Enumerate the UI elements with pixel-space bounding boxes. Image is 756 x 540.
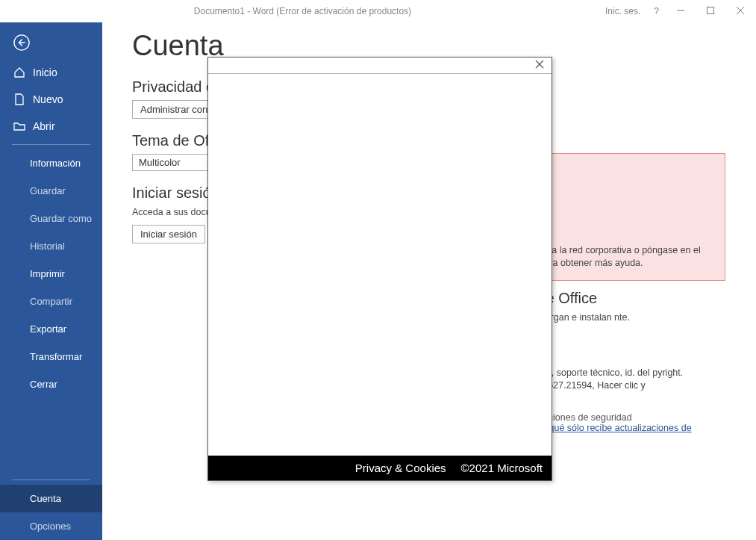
sidebar-item-home[interactable]: Inicio <box>0 59 102 86</box>
modal-footer: Privacy & Cookies ©2021 Microsoft <box>208 456 552 480</box>
sidebar-item-info[interactable]: Información <box>0 149 102 177</box>
modal-close-button[interactable] <box>535 60 544 71</box>
home-icon <box>13 66 25 78</box>
sidebar-label: Inicio <box>33 66 57 78</box>
sidebar-item-save[interactable]: Guardar <box>0 177 102 205</box>
sidebar-item-options[interactable]: Opciones <box>0 512 102 540</box>
svg-rect-1 <box>707 7 714 13</box>
sidebar-item-print[interactable]: Imprimir <box>0 260 102 288</box>
file-icon <box>13 93 25 105</box>
titlebar: Documento1 - Word (Error de activación d… <box>0 0 756 22</box>
folder-open-icon <box>13 120 25 132</box>
signin-modal: Privacy & Cookies ©2021 Microsoft <box>207 57 552 481</box>
sidebar-item-account[interactable]: Cuenta <box>0 485 102 512</box>
signin-button[interactable]: Iniciar sesión <box>132 225 205 243</box>
back-button[interactable] <box>0 22 102 59</box>
sidebar-item-open[interactable]: Abrir <box>0 113 102 140</box>
sidebar-item-new[interactable]: Nuevo <box>0 86 102 113</box>
maximize-button[interactable] <box>702 6 719 17</box>
sidebar-item-close[interactable]: Cerrar <box>0 370 102 398</box>
sidebar-item-export[interactable]: Exportar <box>0 315 102 343</box>
minimize-button[interactable] <box>672 6 689 17</box>
document-title: Documento1 - Word (Error de activación d… <box>0 6 605 16</box>
title-right-controls: Inic. ses. ? <box>605 6 756 17</box>
copyright-text: ©2021 Microsoft <box>461 462 543 474</box>
sidebar-item-share[interactable]: Compartir <box>0 288 102 315</box>
sidebar-label: Nuevo <box>33 93 63 105</box>
backstage-sidebar: Inicio Nuevo Abrir Información Guardar G… <box>0 22 102 540</box>
sidebar-divider <box>12 480 90 480</box>
sidebar-item-saveas[interactable]: Guardar como <box>0 205 102 232</box>
sidebar-item-transform[interactable]: Transformar <box>0 343 102 370</box>
sidebar-item-history[interactable]: Historial <box>0 232 102 260</box>
manage-privacy-button[interactable]: Administrar con <box>132 100 216 119</box>
sidebar-label: Abrir <box>33 120 55 132</box>
close-window-button[interactable] <box>732 6 749 17</box>
modal-header <box>208 58 552 74</box>
sidebar-divider <box>12 144 90 145</box>
help-button[interactable]: ? <box>654 6 659 16</box>
modal-body <box>208 74 552 456</box>
signin-link[interactable]: Inic. ses. <box>605 6 640 16</box>
privacy-cookies-link[interactable]: Privacy & Cookies <box>355 462 446 474</box>
